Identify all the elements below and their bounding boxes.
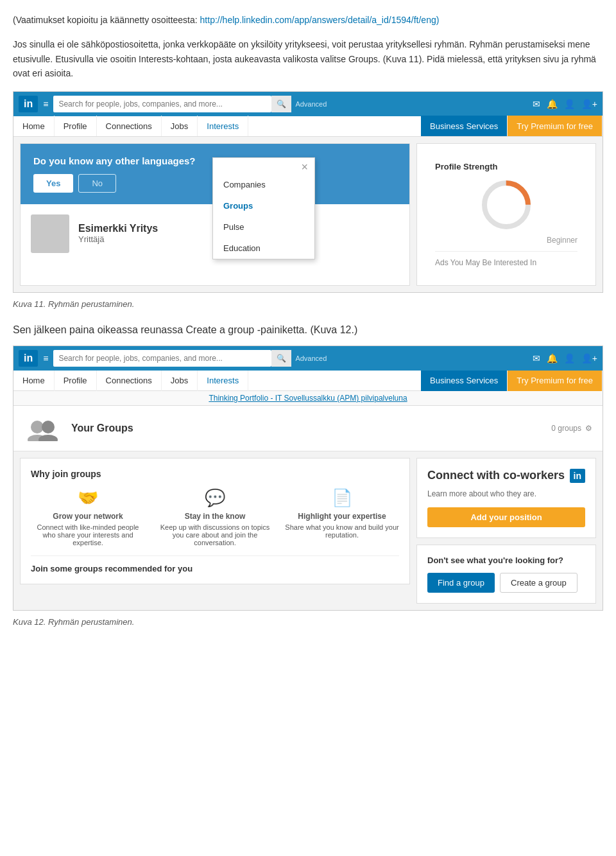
hamburger-icon-1[interactable]: ≡: [43, 99, 48, 109]
connect-title: Connect with co-workers: [427, 469, 565, 482]
menu-connections-2[interactable]: Connections: [97, 371, 162, 391]
dont-see-box: Don't see what you're looking for? Find …: [416, 545, 596, 604]
menu-home-1[interactable]: Home: [13, 116, 55, 136]
groups-icon: [24, 412, 62, 444]
section2-heading: Sen jälkeen paina oikeassa reunassa Crea…: [13, 322, 603, 338]
strength-level-label: Beginner: [435, 236, 578, 245]
why-join-icons: 🤝 Grow your network Connect with like-mi…: [31, 488, 399, 546]
connect-subtitle: Learn more about who they are.: [427, 489, 585, 498]
advanced-link-2[interactable]: Advanced: [295, 354, 327, 362]
no-button[interactable]: No: [78, 174, 116, 193]
menu-premium-1[interactable]: Try Premium for free: [508, 116, 603, 136]
navbar-2: in ≡ 🔍 Advanced ✉ 🔔 👤 👤+: [13, 346, 603, 371]
groups-count: 0 groups ⚙: [551, 424, 592, 433]
intro-link[interactable]: http://help.linkedin.com/app/answers/det…: [200, 15, 440, 25]
menu-business-2[interactable]: Business Services: [421, 371, 508, 391]
why-join-box: Why join groups 🤝 Grow your network Conn…: [20, 458, 410, 584]
notifications-icon-2[interactable]: 🔔: [547, 353, 558, 363]
gear-icon[interactable]: ⚙: [585, 424, 592, 433]
menu-profile-1[interactable]: Profile: [55, 116, 97, 136]
profile-info-1: Esimerkki Yritys Yrittäjä: [78, 223, 158, 244]
linkedin-logo-1: in: [19, 96, 38, 112]
menu-home-2[interactable]: Home: [13, 371, 55, 391]
navbar-1: in ≡ 🔍 Advanced ✉ 🔔 👤 👤+: [13, 92, 603, 116]
menu-profile-2[interactable]: Profile: [55, 371, 97, 391]
find-group-button[interactable]: Find a group: [427, 573, 495, 593]
why-item-know-desc: Keep up with discussions on topics you c…: [158, 523, 272, 546]
messages-icon-1[interactable]: ✉: [533, 99, 540, 109]
join-recommended: Join some groups recommended for you: [31, 555, 399, 573]
dropdown-close-icon[interactable]: ×: [297, 161, 312, 174]
caption-1: Kuva 11. Ryhmän perustaminen.: [13, 299, 603, 309]
why-item-network-title: Grow your network: [31, 512, 145, 521]
strength-circle-svg: [481, 179, 532, 231]
create-group-button[interactable]: Create a group: [500, 573, 578, 593]
advanced-link-1[interactable]: Advanced: [295, 100, 327, 108]
why-item-network: 🤝 Grow your network Connect with like-mi…: [31, 488, 145, 546]
why-item-network-desc: Connect with like-minded people who shar…: [31, 523, 145, 546]
main-content-2: Why join groups 🤝 Grow your network Conn…: [13, 451, 603, 610]
dont-see-text: Don't see what you're looking for?: [427, 555, 585, 565]
ads-section: Ads You May Be Interested In: [435, 251, 578, 267]
groups-count-text: 0 groups: [551, 424, 581, 433]
dropdown-education[interactable]: Education: [213, 238, 314, 259]
intro-paren: (Vaatimukset kopioitu ja käännetty osoit…: [13, 15, 200, 25]
banner: Thinking Portfolio - IT Sovellussalkku (…: [13, 391, 603, 406]
profile-role-1: Yrittäjä: [78, 234, 158, 244]
search-input-1[interactable]: [53, 96, 271, 112]
interests-dropdown: × Companies Groups Pulse Education: [212, 157, 315, 259]
connect-box: Connect with co-workers in Learn more ab…: [416, 458, 596, 538]
menu-business-1[interactable]: Business Services: [421, 116, 508, 136]
dropdown-pulse[interactable]: Pulse: [213, 216, 314, 238]
your-groups-header: Your Groups 0 groups ⚙: [13, 406, 603, 451]
why-item-know-title: Stay in the know: [158, 512, 272, 521]
nav-icons-2: ✉ 🔔 👤 👤+: [533, 353, 597, 363]
profile-icon-1[interactable]: 👤: [564, 99, 575, 109]
add-position-button[interactable]: Add your position: [427, 507, 585, 527]
screenshot-2: in ≡ 🔍 Advanced ✉ 🔔 👤 👤+ Home Profile Co…: [13, 345, 603, 611]
banner-link[interactable]: Thinking Portfolio - IT Sovellussalkku (…: [209, 394, 407, 403]
why-item-know: 💬 Stay in the know Keep up with discussi…: [158, 488, 272, 546]
know-icon: 💬: [158, 488, 272, 508]
expertise-icon: 📄: [285, 488, 399, 508]
search-button-1[interactable]: 🔍: [271, 96, 291, 112]
dropdown-companies[interactable]: Companies: [213, 174, 314, 195]
add-connection-icon-2[interactable]: 👤+: [581, 353, 597, 363]
lang-question-text: Do you know any other languages?: [33, 155, 196, 166]
menubar-2: Home Profile Connections Jobs Interests …: [13, 371, 603, 391]
notifications-icon-1[interactable]: 🔔: [547, 99, 558, 109]
find-create-btns: Find a group Create a group: [427, 573, 585, 593]
menu-premium-2[interactable]: Try Premium for free: [508, 371, 603, 391]
linkedin-logo-2: in: [19, 350, 38, 367]
left-panel-2: Why join groups 🤝 Grow your network Conn…: [20, 458, 410, 604]
menu-jobs-2[interactable]: Jobs: [162, 371, 198, 391]
profile-strength-title: Profile Strength: [435, 162, 578, 171]
menu-connections-1[interactable]: Connections: [97, 116, 162, 136]
svg-point-3: [42, 421, 55, 433]
screenshot-1: in ≡ 🔍 Advanced ✉ 🔔 👤 👤+ Home Profile Co…: [13, 91, 603, 293]
nav-icons-1: ✉ 🔔 👤 👤+: [533, 99, 597, 109]
why-item-expertise-title: Highlight your expertise: [285, 512, 399, 521]
menubar-1: Home Profile Connections Jobs Interests …: [13, 116, 603, 137]
li-logo-small: in: [570, 469, 585, 483]
why-join-title: Why join groups: [31, 469, 399, 479]
dropdown-groups[interactable]: Groups: [213, 195, 314, 216]
profile-avatar-1: [31, 214, 69, 253]
search-input-2[interactable]: [53, 350, 271, 367]
profile-strength-widget: Profile Strength Beginner Ads You May Be…: [426, 153, 586, 276]
yes-button[interactable]: Yes: [33, 174, 73, 193]
profile-name-1: Esimerkki Yritys: [78, 223, 158, 234]
why-item-expertise: 📄 Highlight your expertise Share what yo…: [285, 488, 399, 546]
right-panel-1: Profile Strength Beginner Ads You May Be…: [416, 143, 596, 286]
profile-icon-2[interactable]: 👤: [564, 353, 575, 363]
menu-jobs-1[interactable]: Jobs: [162, 116, 198, 136]
messages-icon-2[interactable]: ✉: [533, 353, 540, 363]
hamburger-icon-2[interactable]: ≡: [43, 353, 48, 363]
right-panel-2: Connect with co-workers in Learn more ab…: [416, 458, 596, 604]
menu-interests-1[interactable]: Interests: [198, 116, 248, 136]
strength-circle-container: [435, 179, 578, 231]
search-button-2[interactable]: 🔍: [271, 350, 291, 367]
why-item-expertise-desc: Share what you know and build your reput…: [285, 523, 399, 539]
menu-interests-2[interactable]: Interests: [198, 371, 248, 391]
add-connection-icon-1[interactable]: 👤+: [581, 99, 597, 109]
